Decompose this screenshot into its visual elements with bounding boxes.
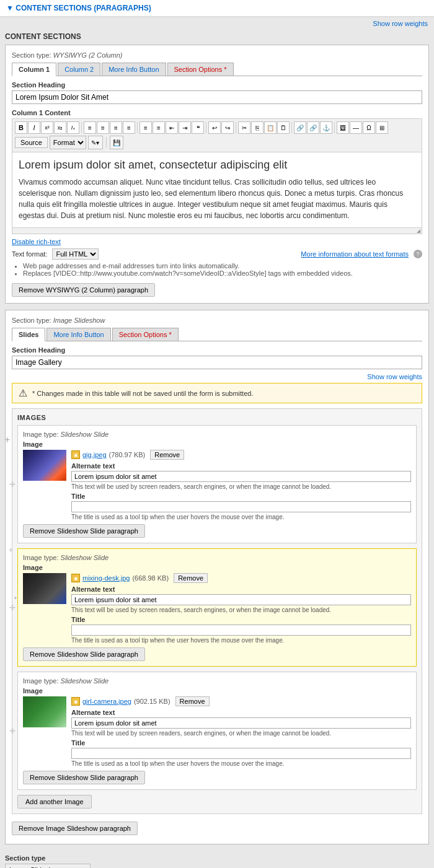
toolbar-blockquote[interactable]: ❝ <box>192 121 204 134</box>
show-row-weights-link[interactable]: Show row weights <box>373 20 428 27</box>
toolbar-removeformat[interactable]: Iₓ <box>67 121 79 134</box>
image-item-2: ✛ * Image type: Slideshow Slide Image ▣ … <box>17 548 417 667</box>
tab-more-info-2[interactable]: More Info Button <box>46 328 110 341</box>
show-row-weights-link-2[interactable]: Show row weights <box>367 373 422 380</box>
toolbar-italic[interactable]: I <box>28 121 40 134</box>
help-icon: ? <box>414 250 422 258</box>
toolbar-unlink[interactable]: 🔗 <box>307 121 319 134</box>
drag-handle-3[interactable]: ✛ <box>9 727 16 735</box>
toolbar-link[interactable]: 🔗 <box>294 121 306 134</box>
toolbar-justifyleft[interactable]: ≡ <box>84 121 96 134</box>
image3-alt-label: Alternate text <box>71 709 411 716</box>
remove-slideshow-btn[interactable]: Remove Image Slideshow paragraph <box>12 822 138 835</box>
text-format-row: Text format: Full HTML More information … <box>12 248 422 260</box>
image1-remove-file-btn[interactable]: Remove <box>150 450 184 460</box>
toolbar-paste[interactable]: 📋 <box>264 121 277 134</box>
toolbar-sep-6 <box>334 122 335 133</box>
image2-alt-input[interactable] <box>71 594 411 605</box>
toolbar-cut[interactable]: ✂ <box>238 121 250 134</box>
toolbar-bold[interactable]: B <box>15 121 27 134</box>
remove-wysiwyg-btn[interactable]: Remove WYSIWYG (2 Column) paragraph <box>12 283 155 297</box>
tab-section-options-2[interactable]: Section Options * <box>112 328 179 341</box>
source-button[interactable]: Source <box>15 137 48 148</box>
image2-remove-file-btn[interactable]: Remove <box>174 573 208 583</box>
toolbar-styles[interactable]: ✎▾ <box>88 136 103 149</box>
section-type-label: Section type <box>5 854 429 862</box>
toolbar-sep-3 <box>206 122 206 133</box>
wysiwyg-content-area[interactable]: Lorem ipsum dolor sit amet, consectetur … <box>12 152 422 228</box>
image2-title-input[interactable] <box>71 625 411 636</box>
drag-handle-2[interactable]: ✛ <box>9 603 16 612</box>
toolbar-anchor[interactable]: ⚓ <box>320 121 332 134</box>
remove-slide2-btn[interactable]: Remove Slideshow Slide paragraph <box>23 647 145 661</box>
remove-slide1-btn[interactable]: Remove Slideshow Slide paragraph <box>23 524 145 538</box>
toolbar-pastetext[interactable]: 🗒 <box>277 121 290 134</box>
image3-filesize: (902.15 KB) <box>134 698 170 705</box>
image3-title-label: Title <box>71 739 411 747</box>
section-type-select[interactable]: Image SlideshowWYSIWYG (2 Column)Text On… <box>5 864 91 868</box>
show-row-weights-2: Show row weights <box>12 373 422 380</box>
section1-tabs: Column 1 Column 2 More Info Button Secti… <box>12 63 422 76</box>
image3-title-input[interactable] <box>71 748 411 759</box>
tab-more-info[interactable]: More Info Button <box>102 63 166 76</box>
image1-title-label: Title <box>71 493 411 500</box>
image1-file-icon: ▣ <box>71 450 80 459</box>
top-bar: Show row weights <box>0 17 434 30</box>
toolbar-justifycenter[interactable]: ≡ <box>97 121 109 134</box>
more-info-link[interactable]: More information about text formats <box>301 250 409 258</box>
column1-content-label: Column 1 Content <box>12 109 422 116</box>
section1-heading-input[interactable] <box>12 90 422 104</box>
toolbar-copy[interactable]: ⎘ <box>251 121 264 134</box>
toolbar-save[interactable]: 💾 <box>110 136 123 149</box>
toolbar-insertorderedlist[interactable]: ≡ <box>140 121 152 134</box>
section1-type-label: Section type: WYSIWYG (2 Column) <box>12 51 422 59</box>
image2-row: ▣ mixing-desk.jpg (668.98 KB) Remove Alt… <box>23 573 411 644</box>
toolbar-sep-1 <box>81 122 82 133</box>
text-format-select[interactable]: Full HTML <box>52 248 99 260</box>
wysiwyg-resize-handle[interactable]: ◢ <box>12 228 422 234</box>
toolbar-specialchar[interactable]: Ω <box>363 121 375 134</box>
toolbar-justifyright[interactable]: ≡ <box>110 121 122 134</box>
image3-filename[interactable]: girl-camera.jpeg <box>82 698 131 705</box>
add-image-btn[interactable]: Add another Image <box>17 795 92 809</box>
tab-section-options[interactable]: Section Options * <box>167 63 234 76</box>
image1-row: ▣ gig.jpeg (780.97 KB) Remove Alternate … <box>23 450 411 520</box>
toolbar-subscript[interactable]: x₂ <box>54 121 66 134</box>
toolbar-redo[interactable]: ↪ <box>221 121 234 134</box>
image3-alt-input[interactable] <box>71 717 411 729</box>
section2-heading-label: Section Heading <box>12 346 422 354</box>
image1-alt-input[interactable] <box>71 471 411 482</box>
image3-remove-file-btn[interactable]: Remove <box>175 696 210 706</box>
wysiwyg-body: Vivamus commodo accumsan aliquet. Nunc v… <box>19 177 415 221</box>
image1-title-input[interactable] <box>71 501 411 512</box>
section-wysiwyg: Section type: WYSIWYG (2 Column) Column … <box>5 45 429 304</box>
image1-filesize: (780.97 KB) <box>109 451 146 458</box>
image1-filename[interactable]: gig.jpeg <box>82 451 107 458</box>
remove-slide3-btn[interactable]: Remove Slideshow Slide paragraph <box>23 771 145 784</box>
toolbar-outdent[interactable]: ⇤ <box>166 121 178 134</box>
toolbar-insertunorderedlist[interactable]: ≡ <box>153 121 165 134</box>
tab-slides[interactable]: Slides <box>12 328 45 341</box>
image3-type: Image type: Slideshow Slide <box>23 677 411 685</box>
tab-column2[interactable]: Column 2 <box>58 63 100 76</box>
format-select[interactable]: Format <box>50 136 86 149</box>
section1-heading-label: Section Heading <box>12 81 422 89</box>
toolbar-superscript[interactable]: x² <box>41 121 53 134</box>
disable-richtext-link[interactable]: Disable rich-text <box>12 238 61 245</box>
toolbar-justifyblock[interactable]: ≡ <box>123 121 135 134</box>
toolbar-sep-4 <box>236 122 236 133</box>
section-plus-handle[interactable]: + <box>4 434 10 445</box>
image2-type: Image type: Slideshow Slide <box>23 554 411 561</box>
drag-handle-1[interactable]: ✛ <box>9 480 16 489</box>
tab-column1[interactable]: Column 1 <box>12 63 56 76</box>
toolbar-table[interactable]: ⊞ <box>376 121 388 134</box>
section2-heading-input[interactable] <box>12 356 422 369</box>
content-sections-wrapper: CONTENT SECTIONS Section type: WYSIWYG (… <box>0 30 434 868</box>
toolbar-undo[interactable]: ↩ <box>208 121 221 134</box>
text-format-label: Text format: <box>12 250 47 258</box>
image2-filename[interactable]: mixing-desk.jpg <box>82 574 130 582</box>
toolbar-image[interactable]: 🖼 <box>337 121 349 134</box>
insert-handle-between-1-2[interactable]: + <box>9 546 13 555</box>
toolbar-horizontalrule[interactable]: — <box>350 121 362 134</box>
toolbar-indent[interactable]: ⇥ <box>179 121 191 134</box>
